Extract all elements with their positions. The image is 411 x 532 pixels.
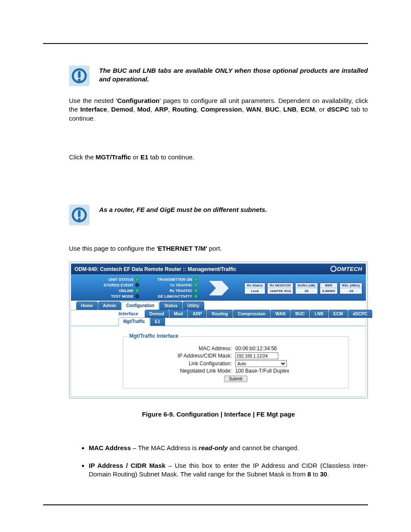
tab-mod[interactable]: Mod bbox=[169, 310, 188, 318]
link-config-label: Link Configuration: bbox=[136, 361, 235, 367]
window-title-bar: ODM-840: Comtech EF Data Remote Router :… bbox=[71, 264, 366, 274]
led-icon bbox=[194, 294, 198, 298]
top-rule bbox=[43, 43, 368, 44]
neg-link-value: 100 Base-T/Full Duplex bbox=[235, 368, 289, 374]
led-icon bbox=[135, 289, 139, 292]
nav-tabs-primary: Home Admin Configuration Status Utility bbox=[71, 302, 366, 310]
notice-2-text: As a router, FE and GigE must be on diff… bbox=[99, 205, 267, 214]
status-bar: UNIT STATUS STORED EVENT ONLINE TEST MOD… bbox=[71, 274, 366, 301]
ip-cidr-label: IP Address/CIDR Mask: bbox=[136, 353, 235, 359]
nav-tabs-tertiary: Mgt/Traffic E1 bbox=[71, 317, 366, 326]
led-icon bbox=[194, 283, 198, 287]
para-config-intro: Use the nested 'Configuration' pages to … bbox=[69, 96, 368, 123]
nav-tabs-secondary: Interface Demod Mod ARP Routing Compress… bbox=[71, 310, 366, 318]
tab-wan[interactable]: WAN bbox=[271, 310, 290, 318]
brand-logo: OMTECH bbox=[330, 266, 362, 272]
svg-rect-1 bbox=[78, 71, 81, 78]
svg-point-2 bbox=[78, 79, 81, 81]
notice-1-text: The BUC and LNB tabs are available ONLY … bbox=[99, 65, 368, 84]
arrow-separator-icon bbox=[199, 281, 244, 296]
tab-utility[interactable]: Utility bbox=[183, 302, 204, 310]
tab-arp[interactable]: ARP bbox=[188, 310, 206, 318]
rx-ber-box: BER0.000E0 bbox=[320, 283, 338, 294]
window-title: ODM-840: Comtech EF Data Remote Router :… bbox=[75, 266, 236, 272]
svg-point-5 bbox=[78, 218, 81, 221]
led-icon bbox=[194, 289, 198, 292]
description-list: MAC Address – The MAC Address is read-on… bbox=[78, 444, 368, 479]
led-icon bbox=[135, 283, 139, 287]
embedded-screenshot: ODM-840: Comtech EF Data Remote Router :… bbox=[69, 261, 368, 398]
submit-button[interactable] bbox=[224, 376, 247, 382]
svg-rect-4 bbox=[78, 210, 81, 217]
mac-address-value: 00:06:b0:12:34:56 bbox=[235, 345, 277, 352]
tab-dscpc[interactable]: dSCPC bbox=[348, 310, 372, 318]
neg-link-label: Negotiated Link Mode: bbox=[136, 368, 235, 374]
tab-home[interactable]: Home bbox=[76, 302, 98, 310]
led-icon bbox=[135, 294, 139, 298]
figure-caption: Figure 6-9. Configuration | Interface | … bbox=[69, 411, 368, 418]
link-config-select[interactable]: Auto bbox=[235, 360, 287, 367]
tab-compression[interactable]: Compression bbox=[233, 310, 270, 318]
notice-2: As a router, FE and GigE must be on diff… bbox=[69, 205, 368, 225]
led-icon bbox=[135, 277, 139, 281]
tab-status[interactable]: Status bbox=[159, 302, 182, 310]
tab-configuration[interactable]: Configuration bbox=[121, 302, 159, 310]
info-icon bbox=[69, 65, 90, 86]
tab-buc[interactable]: BUC bbox=[290, 310, 309, 318]
ip-cidr-input[interactable] bbox=[235, 352, 278, 359]
led-icon bbox=[194, 277, 198, 281]
info-icon bbox=[69, 205, 90, 225]
rx-modcod-box: Rx MODCOD16APSK 9/10 bbox=[267, 283, 293, 294]
fieldset-legend: Mgt/Traffic Interface bbox=[128, 333, 180, 339]
rx-esno-box: Es/No (dB)35 bbox=[295, 283, 318, 294]
tab-routing[interactable]: Routing bbox=[207, 310, 233, 318]
notice-1: The BUC and LNB tabs are available ONLY … bbox=[69, 65, 368, 86]
tab-demod[interactable]: Demod bbox=[145, 310, 169, 318]
rx-rsl-box: RSL (dBm)-33 bbox=[339, 283, 362, 294]
status-left: UNIT STATUS STORED EVENT ONLINE TEST MOD… bbox=[75, 277, 139, 299]
status-mid: TRANSMITTER ON Tx TRAFFIC Rx TRAFFIC GE … bbox=[139, 277, 199, 299]
tab-e1[interactable]: E1 bbox=[150, 317, 165, 326]
tab-lnb[interactable]: LNB bbox=[310, 310, 328, 318]
bullet-mac: MAC Address – The MAC Address is read-on… bbox=[89, 444, 368, 452]
rx-readouts: Rx StatusLock Rx MODCOD16APSK 9/10 Es/No… bbox=[244, 283, 362, 294]
mac-address-label: MAC Address: bbox=[136, 345, 235, 352]
svg-marker-6 bbox=[209, 281, 229, 296]
bullet-ip: IP Address / CIDR Mask – Use this box to… bbox=[89, 461, 368, 479]
page-body: The BUC and LNB tabs are available ONLY … bbox=[0, 0, 411, 523]
tab-interface-lead: Interface bbox=[118, 310, 144, 318]
para-click-tab: Click the MGT/Traffic or E1 tab to conti… bbox=[69, 153, 368, 162]
tab-ecm[interactable]: ECM bbox=[329, 310, 348, 318]
tab-mgt-traffic[interactable]: Mgt/Traffic bbox=[118, 317, 150, 326]
rx-status-box: Rx StatusLock bbox=[244, 283, 265, 294]
para-ethernet: Use this page to configure the 'ETHERNET… bbox=[69, 244, 368, 253]
bottom-rule bbox=[43, 504, 368, 505]
tab-admin[interactable]: Admin bbox=[98, 302, 121, 310]
mgt-traffic-fieldset: Mgt/Traffic Interface MAC Address: 00:06… bbox=[123, 336, 349, 389]
